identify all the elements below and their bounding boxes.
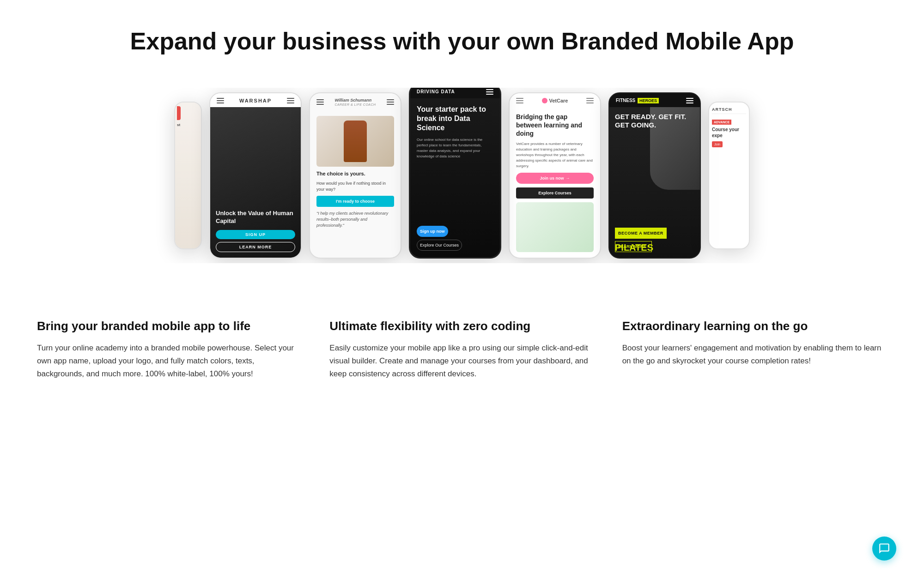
phone-fitness-heroes: FITNESS HEROES GET READY. GET FIT. GET G… [608, 92, 701, 259]
william-logo: William Schumann CAREER & LIFE COACH [334, 98, 376, 107]
william-choose-button[interactable]: I'm ready to choose [316, 196, 394, 207]
warshap-menu-icon[interactable] [287, 98, 294, 103]
warshap-signup-button[interactable]: SIGN UP [216, 230, 295, 239]
fitness-logo: FITNESS HEROES [616, 98, 659, 103]
phone-william: William Schumann CAREER & LIFE COACH The… [309, 92, 401, 259]
driving-logo: DRIVING DATA [417, 89, 455, 94]
fitness-pilates-text: PILATES [615, 242, 653, 253]
warshap-logo: WARSHAP [239, 98, 272, 103]
william-hamburger-icon[interactable] [316, 99, 324, 105]
phone-vetcare: VetCare Bridging the gap between learnin… [509, 92, 601, 259]
vetcare-explore-button[interactable]: Explore Courses [516, 187, 594, 199]
feature-learning-on-go-title: Extraordinary learning on the go [622, 319, 887, 334]
warshap-learn-button[interactable]: LEARN MORE [216, 242, 295, 252]
driving-hamburger-icon[interactable] [486, 89, 493, 95]
feature-zero-coding-title: Ultimate flexibility with zero coding [329, 319, 594, 334]
feature-zero-coding-body: Easily customize your mobile app like a … [329, 342, 594, 380]
feature-branded-app: Bring your branded mobile app to life Tu… [37, 319, 302, 381]
driving-signup-button[interactable]: Sign up now [417, 226, 448, 237]
feature-learning-on-go-body: Boost your learners' engagement and moti… [622, 342, 887, 368]
fitness-member-button[interactable]: BECOME A MEMBER [615, 228, 667, 239]
fitness-headline: GET READY. GET FIT. GET GOING. [615, 113, 694, 129]
main-heading: Expand your business with your own Brand… [37, 28, 887, 55]
phone-warshap: WARSHAP Unlock the Value of Human Capita… [209, 92, 302, 259]
feature-branded-app-title: Bring your branded mobile app to life [37, 319, 302, 334]
feature-learning-on-go: Extraordinary learning on the go Boost y… [622, 319, 887, 381]
artsch-course-text: Course your expe [712, 127, 746, 139]
william-hero-image [316, 116, 394, 167]
feature-zero-coding: Ultimate flexibility with zero coding Ea… [329, 319, 594, 381]
artsch-advance-badge: ADVANCE [712, 120, 731, 125]
vetcare-join-button[interactable]: Join us now → [516, 173, 594, 184]
phone-partial-left: st [174, 102, 202, 249]
driving-explore-button[interactable]: Explore Our Courses [417, 240, 462, 251]
driving-headline: Your starter pack to break into Data Sci… [417, 105, 493, 133]
vetcare-logo: VetCare [542, 98, 568, 103]
artsch-logo: ARTSCH [712, 107, 746, 114]
vetcare-bottom-image [516, 202, 594, 252]
vetcare-menu-icon[interactable] [586, 98, 594, 103]
fitness-hamburger-icon[interactable] [686, 98, 693, 103]
william-quote: "I help my clients achieve revolutionary… [316, 211, 394, 228]
phones-row: st WARSHAP Unlock the Value of Hu [37, 88, 887, 263]
phone-partial-right: ARTSCH ADVANCE Course your expe Join [708, 102, 750, 249]
warshap-hamburger-icon[interactable] [217, 98, 224, 103]
vetcare-body-text: VetCare provides a number of veterinary … [516, 141, 594, 169]
features-section: Bring your branded mobile app to life Tu… [37, 300, 887, 381]
william-main-text: The choice is yours. [316, 170, 394, 177]
vetcare-main-text: Bridging the gap between learning and do… [516, 113, 594, 138]
phone-driving-data: DRIVING DATA Your starter pack to break … [409, 88, 501, 259]
warshap-hero-text: Unlock the Value of Human Capital [216, 210, 295, 225]
driving-body-text: Our online school for data science is th… [417, 137, 493, 159]
feature-branded-app-body: Turn your online academy into a branded … [37, 342, 302, 380]
vetcare-hamburger-icon[interactable] [516, 98, 523, 103]
artsch-join-button[interactable]: Join [712, 141, 723, 147]
william-sub-text: How would you live if nothing stood in y… [316, 181, 394, 192]
william-menu-icon[interactable] [387, 99, 394, 105]
partial-left-text: st [177, 123, 199, 127]
